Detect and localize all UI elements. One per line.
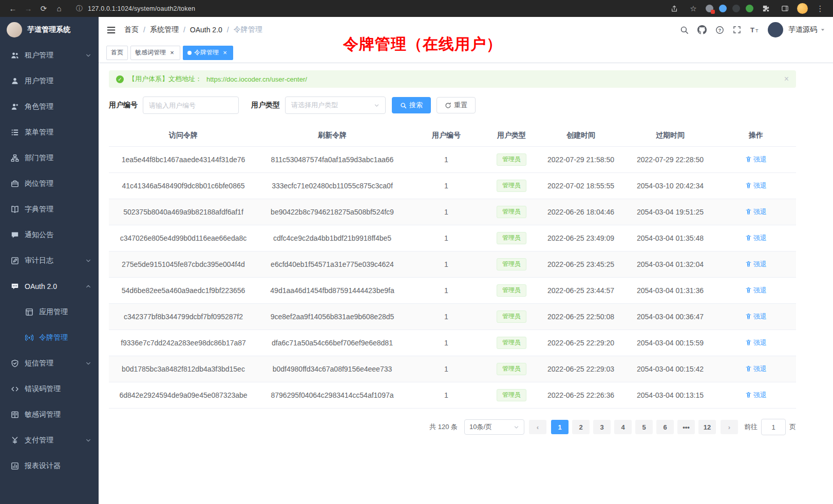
- extension-icon[interactable]: [719, 5, 727, 12]
- sidebar-item-角色管理[interactable]: 角色管理: [0, 94, 99, 120]
- user-id-cell: 1: [407, 304, 486, 330]
- expire-time-cell: 2054-03-04 01:32:04: [624, 251, 716, 278]
- site-info-icon[interactable]: ⓘ: [76, 4, 83, 13]
- column-header: 创建时间: [537, 124, 624, 147]
- sidebar-item-岗位管理[interactable]: 岗位管理: [0, 171, 99, 197]
- page-size-select[interactable]: 10条/页: [464, 419, 524, 435]
- app-logo-row[interactable]: 芋道管理系统: [0, 17, 99, 43]
- force-logout-button[interactable]: 强退: [745, 181, 767, 190]
- page-button-4[interactable]: 4: [614, 420, 632, 434]
- share-icon[interactable]: [668, 3, 681, 15]
- page-button-1[interactable]: 1: [551, 420, 569, 434]
- sidebar-item-短信管理[interactable]: 短信管理: [0, 351, 99, 376]
- prev-page-button[interactable]: ‹: [529, 420, 546, 434]
- fullscreen-icon[interactable]: [733, 26, 741, 34]
- user-id-cell: 1: [407, 251, 486, 278]
- address-bar[interactable]: ⓘ 127.0.0.1:1024/system/oauth2/token: [72, 2, 661, 15]
- tab-首页[interactable]: 首页: [106, 46, 128, 60]
- sidebar-item-应用管理[interactable]: 应用管理: [0, 299, 99, 325]
- sidebar-item-租户管理[interactable]: 租户管理: [0, 43, 99, 68]
- breadcrumb: 首页/系统管理/OAuth 2.0/令牌管理: [124, 25, 262, 34]
- caret-down-icon[interactable]: [820, 27, 825, 32]
- sidebar-item-敏感词管理[interactable]: 敏感词管理: [0, 402, 99, 428]
- access-token-cell: 54d6be82ee5a460a9aedc1f9bf223656: [109, 278, 258, 304]
- pagination-ellipsis[interactable]: •••: [677, 420, 695, 434]
- tab-敏感词管理[interactable]: 敏感词管理×: [130, 46, 180, 60]
- reload-icon[interactable]: ⟳: [37, 3, 50, 15]
- sidebar-item-报表设计器[interactable]: 报表设计器: [0, 453, 99, 479]
- sidebar-item-OAuth 2.0[interactable]: OAuth 2.0: [0, 274, 99, 299]
- extension-icon[interactable]: [732, 5, 740, 12]
- user-type-badge: 管理员: [497, 153, 526, 166]
- action-cell: 强退: [716, 278, 796, 304]
- force-logout-button[interactable]: 强退: [745, 155, 767, 164]
- sidebar-item-令牌管理[interactable]: 令牌管理: [0, 325, 99, 351]
- chevron-down-icon: [85, 437, 91, 443]
- force-logout-button[interactable]: 强退: [745, 364, 767, 374]
- search-icon[interactable]: [680, 26, 689, 34]
- search-button[interactable]: 搜索: [392, 97, 431, 113]
- github-icon[interactable]: [697, 25, 707, 34]
- browser-profile-avatar[interactable]: [797, 3, 808, 14]
- force-logout-button[interactable]: 强退: [745, 260, 767, 269]
- breadcrumb-item[interactable]: 系统管理: [150, 25, 179, 34]
- side-panel-icon[interactable]: [778, 3, 791, 15]
- force-logout-button[interactable]: 强退: [745, 338, 767, 347]
- user-avatar[interactable]: [768, 22, 783, 37]
- bookmark-star-icon[interactable]: ☆: [687, 3, 700, 15]
- extensions-puzzle-icon[interactable]: [759, 3, 772, 15]
- back-icon[interactable]: ←: [6, 3, 20, 15]
- user-type-badge: 管理员: [497, 311, 526, 323]
- goto-page-input[interactable]: [761, 419, 786, 435]
- force-logout-button[interactable]: 强退: [745, 286, 767, 295]
- doc-link[interactable]: https://doc.iocoder.cn/user-center/: [206, 75, 307, 83]
- browser-menu-icon[interactable]: ⋮: [813, 3, 827, 15]
- force-logout-button[interactable]: 强退: [745, 207, 767, 217]
- tab-令牌管理[interactable]: 令牌管理×: [183, 46, 233, 60]
- expire-time-cell: 2054-03-10 20:42:34: [624, 173, 716, 199]
- sidebar-item-审计日志[interactable]: 审计日志: [0, 248, 99, 274]
- forward-icon[interactable]: →: [22, 3, 35, 15]
- user-id-cell: 1: [407, 173, 486, 199]
- delete-icon: [745, 339, 752, 346]
- sidebar-item-用户管理[interactable]: 用户管理: [0, 68, 99, 94]
- tab-close-icon[interactable]: ×: [168, 49, 176, 56]
- sidebar-item-支付管理[interactable]: 支付管理: [0, 428, 99, 453]
- page-button-12[interactable]: 12: [698, 420, 716, 434]
- url-text: 127.0.0.1:1024/system/oauth2/token: [88, 5, 195, 12]
- page-button-3[interactable]: 3: [593, 420, 611, 434]
- created-time-cell: 2022-06-25 22:50:08: [537, 304, 624, 330]
- alert-close-icon[interactable]: ×: [784, 74, 789, 84]
- force-logout-button[interactable]: 强退: [745, 234, 767, 243]
- browser-chrome: ← → ⟳ ⌂ ⓘ 127.0.0.1:1024/system/oauth2/t…: [0, 0, 833, 17]
- help-icon[interactable]: ?: [715, 26, 724, 34]
- user-id-cell: 1: [407, 199, 486, 225]
- font-size-icon[interactable]: TT: [750, 26, 759, 34]
- extension-icon[interactable]: [706, 5, 713, 12]
- breadcrumb-item[interactable]: 首页: [124, 25, 139, 34]
- user-type-select[interactable]: 请选择用户类型: [285, 96, 386, 114]
- goto-suffix: 页: [789, 422, 796, 432]
- user-id-input[interactable]: [143, 96, 239, 114]
- page-button-5[interactable]: 5: [635, 420, 653, 434]
- sidebar-item-通知公告[interactable]: 通知公告: [0, 222, 99, 248]
- breadcrumb-item[interactable]: OAuth 2.0: [190, 26, 222, 34]
- force-logout-button[interactable]: 强退: [745, 391, 767, 400]
- goto-label: 前往: [744, 422, 758, 432]
- page-button-2[interactable]: 2: [572, 420, 590, 434]
- sidebar-item-菜单管理[interactable]: 菜单管理: [0, 120, 99, 145]
- pay-icon: [10, 436, 19, 445]
- force-logout-button[interactable]: 强退: [745, 312, 767, 321]
- next-page-button[interactable]: ›: [721, 420, 738, 434]
- collapse-sidebar-icon[interactable]: [106, 25, 116, 35]
- sidebar-item-部门管理[interactable]: 部门管理: [0, 145, 99, 171]
- sidebar-item-错误码管理[interactable]: 错误码管理: [0, 376, 99, 402]
- token-icon: [25, 334, 33, 342]
- tab-close-icon[interactable]: ×: [221, 49, 229, 56]
- extension-icon[interactable]: [746, 5, 753, 12]
- home-icon[interactable]: ⌂: [52, 3, 66, 15]
- reset-button[interactable]: 重置: [437, 97, 476, 113]
- page-button-6[interactable]: 6: [656, 420, 674, 434]
- username[interactable]: 芋道源码: [788, 25, 817, 34]
- sidebar-item-字典管理[interactable]: 字典管理: [0, 197, 99, 222]
